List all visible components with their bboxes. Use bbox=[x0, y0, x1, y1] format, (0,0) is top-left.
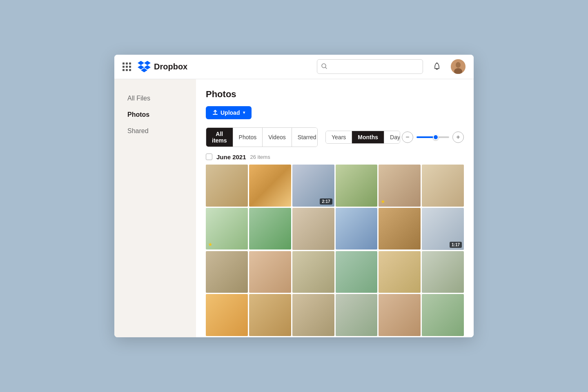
photo-cell[interactable] bbox=[292, 251, 334, 293]
photo-cell[interactable] bbox=[379, 208, 421, 250]
filter-photos[interactable]: Photos bbox=[233, 128, 263, 147]
header: Dropbox bbox=[114, 55, 474, 79]
section-item-count: 26 items bbox=[250, 154, 270, 160]
filter-bar: All items Photos Videos Starred Years Mo… bbox=[206, 127, 464, 147]
svg-point-3 bbox=[437, 63, 437, 64]
photo-cell[interactable] bbox=[206, 294, 248, 336]
video-duration-badge: 1:17 bbox=[450, 242, 462, 248]
search-input[interactable] bbox=[330, 63, 419, 70]
photo-cell[interactable] bbox=[422, 294, 464, 336]
sidebar: All Files Photos Shared bbox=[114, 79, 196, 337]
filter-all-items[interactable]: All items bbox=[206, 128, 233, 147]
search-icon bbox=[321, 63, 327, 70]
section-select-all-checkbox[interactable] bbox=[206, 154, 212, 160]
avatar[interactable] bbox=[451, 59, 466, 74]
zoom-plus-icon: + bbox=[456, 134, 460, 141]
body: All Files Photos Shared Photos Upload ▾ … bbox=[114, 79, 474, 337]
photo-star-badge: ★ bbox=[381, 198, 385, 205]
photo-cell[interactable] bbox=[422, 165, 464, 207]
content-type-filter-group: All items Photos Videos Starred bbox=[206, 127, 318, 147]
photo-cell[interactable] bbox=[292, 294, 334, 336]
photo-cell[interactable] bbox=[249, 208, 291, 250]
photo-grid: 2:17★★1:17 bbox=[206, 165, 464, 336]
zoom-minus-icon: − bbox=[405, 134, 409, 141]
photo-star-badge: ★ bbox=[208, 241, 213, 247]
photo-cell[interactable] bbox=[336, 165, 378, 207]
section-header: June 2021 26 items bbox=[206, 154, 464, 160]
photo-cell[interactable] bbox=[336, 251, 378, 293]
photo-cell[interactable] bbox=[422, 251, 464, 293]
photo-cell[interactable]: ★ bbox=[206, 208, 248, 250]
photo-cell[interactable]: 1:17 bbox=[422, 208, 464, 250]
upload-caret-icon: ▾ bbox=[243, 110, 245, 115]
sidebar-item-all-files[interactable]: All Files bbox=[122, 91, 188, 105]
grid-menu-icon[interactable] bbox=[122, 62, 131, 71]
svg-line-1 bbox=[325, 67, 327, 69]
filter-videos[interactable]: Videos bbox=[263, 128, 292, 147]
app-window: Dropbox bbox=[114, 55, 474, 337]
section-title: June 2021 bbox=[216, 154, 246, 160]
photo-cell[interactable]: ★ bbox=[379, 165, 421, 207]
main-content: Photos Upload ▾ All items Photos Videos … bbox=[196, 79, 474, 337]
filter-days[interactable]: Days bbox=[384, 131, 400, 143]
svg-rect-2 bbox=[436, 69, 438, 70]
zoom-controls: − + bbox=[402, 131, 464, 143]
filter-starred[interactable]: Starred bbox=[292, 128, 318, 147]
dropbox-logo-icon bbox=[138, 61, 151, 72]
photo-cell[interactable] bbox=[379, 251, 421, 293]
photo-cell[interactable] bbox=[292, 208, 334, 250]
photo-cell[interactable]: 2:17 bbox=[292, 165, 334, 207]
svg-point-5 bbox=[456, 62, 461, 68]
filter-years[interactable]: Years bbox=[326, 131, 352, 143]
search-bar bbox=[317, 59, 423, 74]
sidebar-item-shared[interactable]: Shared bbox=[122, 124, 188, 138]
notification-bell-icon[interactable] bbox=[430, 59, 444, 74]
photo-cell[interactable] bbox=[206, 251, 248, 293]
photo-cell[interactable] bbox=[249, 294, 291, 336]
filter-months[interactable]: Months bbox=[352, 131, 384, 143]
logo[interactable]: Dropbox bbox=[138, 61, 187, 72]
zoom-in-button[interactable]: + bbox=[452, 131, 464, 143]
photo-cell[interactable] bbox=[336, 294, 378, 336]
photo-cell[interactable] bbox=[379, 294, 421, 336]
photo-cell[interactable] bbox=[206, 165, 248, 207]
video-duration-badge: 2:17 bbox=[320, 198, 332, 205]
upload-icon bbox=[212, 110, 218, 116]
photo-cell[interactable] bbox=[249, 251, 291, 293]
zoom-out-button[interactable]: − bbox=[402, 131, 413, 143]
zoom-slider[interactable] bbox=[416, 136, 449, 138]
page-title: Photos bbox=[206, 89, 464, 100]
upload-button[interactable]: Upload ▾ bbox=[206, 106, 252, 119]
time-filter-group: Years Months Days bbox=[325, 131, 400, 144]
photo-cell[interactable] bbox=[336, 208, 378, 250]
sidebar-item-photos[interactable]: Photos bbox=[122, 108, 188, 122]
logo-text: Dropbox bbox=[154, 62, 187, 71]
photo-cell[interactable] bbox=[249, 165, 291, 207]
